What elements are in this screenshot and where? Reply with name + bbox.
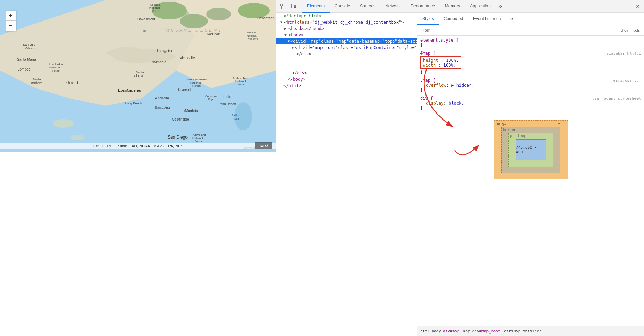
tab-application[interactable]: Application: [465, 0, 496, 13]
svg-text:Clarita: Clarita: [134, 74, 143, 78]
html-line-doctype[interactable]: <!doctype html>: [276, 13, 417, 19]
svg-point-66: [152, 61, 154, 63]
map-controls: + −: [5, 11, 16, 31]
html-line-close-body[interactable]: </body>: [276, 76, 417, 83]
head-triangle[interactable]: [283, 26, 288, 31]
svg-point-13: [70, 135, 85, 140]
html-line-body[interactable]: <body>: [276, 32, 417, 38]
zoom-out-button[interactable]: −: [6, 21, 16, 31]
css-selector-map-class[interactable]: .map {: [420, 78, 435, 83]
svg-text:Forest: Forest: [152, 10, 160, 13]
devtools-close-button[interactable]: ✕: [633, 1, 643, 11]
devtools-toolbar: Elements Console Sources Network Perform…: [276, 0, 644, 13]
html-line-div-map[interactable]: <div id="map" class="map" data-basemap="…: [276, 38, 417, 44]
css-prop-display[interactable]: display: block;: [420, 101, 641, 106]
box-model-container: margin − border − padding −: [494, 120, 568, 179]
maproot-triangle[interactable]: [292, 45, 294, 50]
map-triangle[interactable]: [288, 39, 290, 43]
margin-bottom-dash: −: [529, 174, 532, 178]
box-model-content: 745.600 × 400: [516, 139, 546, 160]
tab-elements[interactable]: Elements: [302, 0, 330, 13]
devtools-more-button[interactable]: ⋮: [622, 1, 632, 11]
body-triangle[interactable]: [283, 33, 288, 37]
html-line-close-div[interactable]: </div>: [276, 51, 417, 57]
svg-text:Barbara: Barbara: [31, 81, 42, 85]
svg-text:Sequoia: Sequoia: [150, 3, 161, 6]
inspect-element-button[interactable]: [278, 1, 288, 11]
html-line-dots-1[interactable]: ": [276, 57, 417, 63]
css-prop-width[interactable]: width : 100%;: [423, 63, 459, 68]
svg-text:Obispo: Obispo: [25, 47, 36, 50]
box-model-area: margin − border − padding −: [417, 113, 644, 187]
tab-sources[interactable]: Sources: [355, 0, 380, 13]
subtab-styles[interactable]: Styles: [417, 13, 439, 25]
html-triangle[interactable]: [279, 20, 283, 24]
css-selector-map-id[interactable]: #map {: [420, 51, 435, 56]
toolbar-separator: [300, 3, 300, 10]
tabs-more-button[interactable]: »: [496, 0, 505, 13]
svg-text:Mojave: Mojave: [247, 31, 256, 34]
filter-hov-button[interactable]: :hov: [620, 28, 630, 33]
html-line-close-div-2[interactable]: </div>: [276, 70, 417, 76]
css-source-esri[interactable]: esri.css:...: [613, 78, 641, 83]
box-model-margin: margin − border − padding −: [494, 120, 568, 179]
css-prop-overflow[interactable]: overflow: ▶ hidden;: [420, 83, 641, 88]
svg-point-65: [164, 51, 166, 53]
border-dash: −: [551, 128, 553, 132]
filter-input[interactable]: [420, 28, 617, 33]
bc-body[interactable]: body: [432, 329, 441, 334]
bc-div-maproot[interactable]: div#map_root: [472, 329, 500, 334]
css-close-map-class: }: [420, 88, 641, 93]
css-selector-div[interactable]: div {: [420, 96, 433, 101]
html-line-div-map-root[interactable]: <div id="map_root" class="esriMapContain…: [276, 44, 417, 51]
bc-map-class[interactable]: map: [463, 329, 470, 334]
css-section-div-ua: div { user agent stylesheet display: blo…: [417, 95, 644, 113]
html-line-html[interactable]: <html class="dj_webkit dj_chrome dj_cont…: [276, 19, 417, 25]
tab-console[interactable]: Console: [330, 0, 355, 13]
svg-text:Oceanside: Oceanside: [172, 117, 189, 121]
css-selector-element[interactable]: element.style {: [420, 38, 641, 43]
html-line-dots-2[interactable]: ": [276, 63, 417, 70]
html-line-head[interactable]: <head>…</head>: [276, 25, 417, 32]
css-section-map-class: .map { esri.css:... overflow: ▶ hidden; …: [417, 77, 644, 95]
styles-panel: Styles Computed Event Listeners » :hov .…: [417, 13, 644, 336]
svg-text:Bakersfield: Bakersfield: [137, 17, 155, 21]
tab-network[interactable]: Network: [380, 0, 406, 13]
subtabs-more[interactable]: »: [507, 13, 516, 25]
filter-cls-button[interactable]: .cls: [633, 28, 642, 33]
svg-point-71: [172, 136, 174, 139]
subtab-event-listeners[interactable]: Event Listeners: [468, 13, 507, 25]
bc-dot-1: .: [460, 329, 462, 334]
css-close-element: }: [420, 43, 641, 48]
subtab-computed[interactable]: Computed: [439, 13, 468, 25]
bc-esri-class[interactable]: esriMapContainer: [504, 329, 541, 334]
zoom-in-button[interactable]: +: [6, 11, 16, 21]
padding-bottom-dash: −: [529, 162, 532, 166]
svg-text:Fort Irwin: Fort Irwin: [207, 32, 221, 36]
svg-text:MOJAVE DESERT: MOJAVE DESERT: [166, 28, 222, 33]
styles-subtabs: Styles Computed Event Listeners »: [417, 13, 644, 25]
svg-point-69: [184, 110, 186, 112]
css-prop-height[interactable]: height : 100%;: [423, 58, 459, 63]
esri-logo-text: esri: [259, 143, 268, 148]
tab-memory[interactable]: Memory: [440, 0, 465, 13]
tab-performance[interactable]: Performance: [406, 0, 440, 13]
css-source-scalebar[interactable]: scalebar.html:1: [606, 51, 641, 56]
bc-dot-2: .: [501, 329, 503, 334]
svg-text:Henderson: Henderson: [257, 16, 275, 20]
margin-label: margin: [496, 122, 509, 126]
html-line-close-html[interactable]: </html>: [276, 83, 417, 89]
bc-div-map[interactable]: div#map: [443, 329, 459, 334]
css-close-div: }: [420, 106, 641, 111]
bc-html[interactable]: html: [420, 329, 430, 334]
svg-point-12: [53, 119, 74, 128]
svg-text:Cleveland: Cleveland: [193, 133, 206, 136]
svg-text:Santa Maria: Santa Maria: [17, 57, 36, 61]
css-section-element-style: element.style { }: [417, 37, 644, 50]
css-source-ua: user agent stylesheet: [592, 96, 641, 101]
svg-text:Forest: Forest: [192, 84, 201, 87]
svg-point-9: [180, 14, 208, 28]
esri-logo: esri: [255, 142, 272, 149]
map-view: Henderson Bakersfield San Luis Obispo Sa…: [0, 0, 276, 152]
device-toolbar-button[interactable]: [288, 1, 298, 11]
